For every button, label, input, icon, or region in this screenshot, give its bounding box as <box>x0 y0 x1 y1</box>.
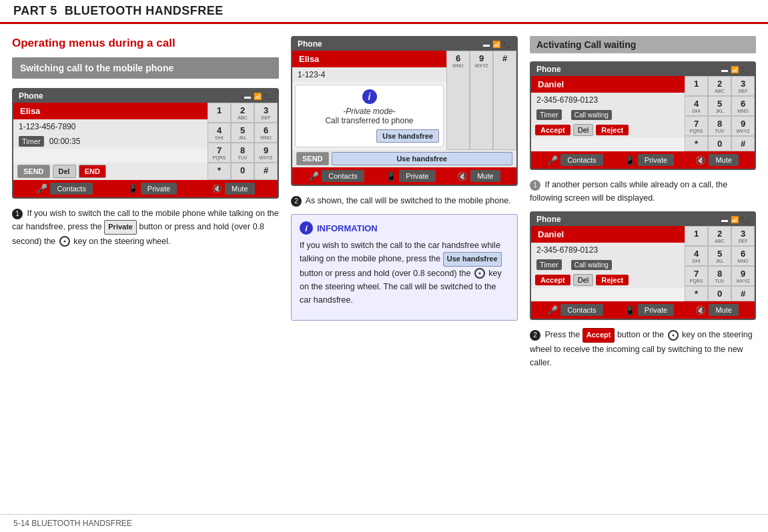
contact-name-mid: Elisa <box>292 51 446 67</box>
use-handsfree-btn[interactable]: Use handsfree <box>376 129 439 143</box>
footer-text: 5-14 BLUETOOTH HANDSFREE <box>13 519 132 528</box>
reject-btn-2[interactable]: Reject <box>596 275 629 285</box>
key-star: * <box>208 163 231 180</box>
private-btn-mid[interactable]: Private <box>399 170 435 182</box>
use-handsfree-row: Use handsfree <box>300 129 439 143</box>
mute-btn-mid[interactable]: Mute <box>470 170 500 182</box>
accept-btn-1[interactable]: Accept <box>535 125 570 135</box>
name-row: Elisa <box>13 103 208 119</box>
phone-icons-right-1: ▬ 📶 📞 <box>721 66 749 73</box>
mic-icon-r2: 🎤 <box>547 305 558 315</box>
mic-icon-mid: 🎤 <box>308 171 319 181</box>
r1k9: 9WXYZ <box>731 116 755 136</box>
contacts-btn-left[interactable]: Contacts <box>50 183 92 195</box>
right-2-keypad: 1 2ABC 3DEF 4GHI 5JKL 6MNO 7PQRS 8TUV 9W… <box>685 226 755 301</box>
r1k1: 1 <box>685 76 708 96</box>
r1k0: 0 <box>708 136 731 151</box>
name-row-right-1: Daniel <box>531 76 685 93</box>
popup-title: -Private mode- <box>300 107 439 116</box>
r1khash: # <box>731 136 755 151</box>
phone-title-mid: Phone <box>298 39 322 49</box>
timer-row-left: Timer 00:00:35 <box>13 134 208 149</box>
phone-icon-left: 📱 <box>128 184 138 193</box>
page-footer: 5-14 BLUETOOTH HANDSFREE <box>0 514 768 532</box>
contacts-btn-r1[interactable]: Contacts <box>560 154 603 166</box>
key-3: 3DEF <box>254 103 278 123</box>
mute-btn-left[interactable]: Mute <box>225 183 254 195</box>
phone-header-right-1: Phone ▬ 📶 📞 <box>531 63 755 76</box>
phone-left-section: Elisa 1-123-456-7890 Timer 00:00:35 <box>13 103 208 163</box>
phone-right-keypad-left: 1 2ABC 3DEF 4GHI 5JKL 6MNO 7PQRS 8TUV 9W… <box>208 103 278 163</box>
mic-icon-r1: 🎤 <box>547 155 558 165</box>
mid-instruction: 2 As shown, the call will be switched to… <box>291 194 518 207</box>
r2kstar: * <box>685 286 708 301</box>
right-instruction-2: 2 Press the Accept button or the key on … <box>530 328 756 369</box>
contact-name-right-1: Daniel <box>531 76 685 93</box>
key-9: 9WXYZ <box>254 143 278 163</box>
phone-left-section-right-1: Daniel 2-345-6789-0123 Timer Call waitin… <box>531 76 685 151</box>
star-zero-hash: * 0 # <box>208 163 278 180</box>
phone-header-right-2: Phone ▬ 📶 📞 <box>531 213 755 226</box>
name-row-right-2: Daniel <box>531 226 685 243</box>
right-instruction-1: 1 If another person calls while already … <box>530 178 756 205</box>
phone-bottom-bar-right-1: 🎤 Contacts 📱 Private 🔇 Mute <box>531 151 755 169</box>
send-button[interactable]: SEND <box>17 165 50 178</box>
phone-icon-r2: 📱 <box>625 305 635 315</box>
private-btn-r2[interactable]: Private <box>638 304 674 316</box>
phone-title-right-2: Phone <box>536 215 561 224</box>
r1k4: 4GHI <box>685 96 708 116</box>
key-zero: 0 <box>231 163 254 180</box>
mic-icon-left: 🎤 <box>36 183 47 194</box>
overlay-popup-container: i -Private mode- Call transferred to pho… <box>292 82 446 150</box>
phone-mockup-mid: Phone ▬ 📶 📞 Elisa 1-123-4 <box>291 36 518 186</box>
r1k2: 2ABC <box>708 76 731 96</box>
r1k6: 6MNO <box>731 96 755 116</box>
timer-row-right-1: Timer Call waiting <box>531 107 685 122</box>
private-btn-left[interactable]: Private <box>141 183 177 195</box>
phone-body-right-2: Daniel 2-345-6789-0123 Timer Call waitin… <box>531 226 755 301</box>
del-btn-1[interactable]: Del <box>573 124 594 136</box>
left-section-heading: Operating menus during a call <box>12 36 279 51</box>
phone-bottom-bar-left: 🎤 Contacts 📱 Private 🔇 Mute <box>13 180 278 197</box>
popup-body: Call transferred to phone <box>300 116 439 125</box>
mid-send-btn[interactable]: SEND <box>296 152 329 165</box>
mute-btn-r1[interactable]: Mute <box>709 154 738 166</box>
mute-btn-r2[interactable]: Mute <box>709 304 738 316</box>
timer-label-left: Timer <box>19 136 44 147</box>
reject-btn-1[interactable]: Reject <box>596 125 629 135</box>
phone-icons-mid: ▬ 📶 📞 <box>483 41 511 48</box>
phone-mockup-right-2: Phone ▬ 📶 📞 Daniel 2-345-6789-0123 Ti <box>530 211 756 320</box>
phone-bottom-bar-mid: 🎤 Contacts 📱 Private 🔇 Mute <box>292 167 516 185</box>
mid-key-9: 9WXYZ <box>470 51 493 150</box>
right-1-keypad: 1 2ABC 3DEF 4GHI 5JKL 6MNO 7PQRS 8TUV 9W… <box>685 76 755 151</box>
key-8: 8TUV <box>231 143 254 163</box>
end-button[interactable]: END <box>79 165 106 178</box>
private-btn-r1[interactable]: Private <box>638 154 674 166</box>
contact-name-left: Elisa <box>13 103 208 119</box>
mid-use-handsfree-btn[interactable]: Use handsfree <box>332 152 512 165</box>
private-inline-btn: Private <box>104 220 137 235</box>
del-button[interactable]: Del <box>53 165 76 178</box>
accept-btn-2[interactable]: Accept <box>535 275 570 285</box>
contacts-btn-mid[interactable]: Contacts <box>322 170 364 182</box>
r2k6: 6MNO <box>731 246 755 266</box>
r1k3: 3DEF <box>731 76 755 96</box>
contacts-btn-r2[interactable]: Contacts <box>560 304 603 316</box>
phone-icons-right-2: ▬ 📶 📞 <box>721 216 749 223</box>
info-box-body: If you wish to switch the call to the ca… <box>300 239 509 307</box>
del-btn-2[interactable]: Del <box>573 274 594 286</box>
r2k5: 5JKL <box>708 246 731 266</box>
key-7: 7PQRS <box>208 143 231 163</box>
r2k7: 7PQRS <box>685 266 708 286</box>
phone-number-right-2: 2-345-6789-0123 <box>531 243 685 257</box>
key-6: 6MNO <box>254 123 278 143</box>
r1k7: 7PQRS <box>685 116 708 136</box>
key-2: 2ABC <box>231 103 254 123</box>
timer-row-right-2: Timer Call waiting <box>531 257 685 272</box>
action-rows: SEND Del END * 0 # <box>13 163 278 180</box>
phone-action-row: SEND Del END <box>13 163 208 180</box>
steering-wheel-icon-left <box>59 236 70 247</box>
mid-right-keypad: 6MNO 9WXYZ # <box>446 51 516 150</box>
key-1: 1 <box>208 103 231 123</box>
globe-icon-left: 🔇 <box>212 184 222 193</box>
